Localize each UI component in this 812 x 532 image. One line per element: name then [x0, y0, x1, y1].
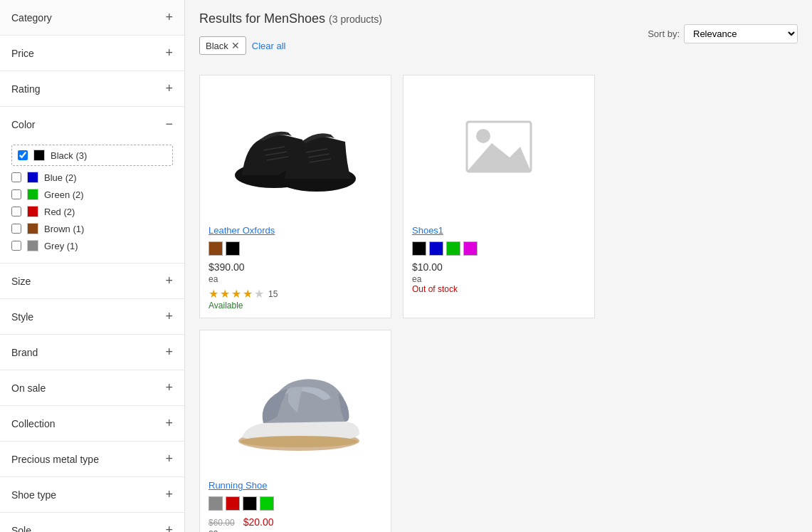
filter-brand-label: Brand [11, 347, 38, 358]
sidebar: Category + Price + Rating + Color − Bl [0, 0, 185, 532]
star-3: ★ [231, 287, 241, 301]
color-swatch-blue [27, 172, 38, 183]
product-status-shoes1: Out of stock [412, 284, 586, 294]
filter-tags: Black ✕ Clear all [199, 36, 382, 55]
filter-collection[interactable]: Collection + [0, 406, 184, 442]
filter-sole-label: Sole [11, 525, 31, 533]
placeholder-image-svg [463, 118, 534, 175]
color-swatch-grey [27, 240, 38, 251]
color-checkbox-blue[interactable] [11, 172, 21, 182]
swatch-red[interactable] [226, 496, 240, 511]
filter-style[interactable]: Style + [0, 299, 184, 335]
filter-collection-label: Collection [11, 418, 55, 429]
product-title-leather-oxfords[interactable]: Leather Oxfords [209, 225, 382, 236]
filter-color-icon: − [165, 117, 173, 132]
product-image-leather-oxfords [200, 75, 391, 218]
products-grid: Leather Oxfords $390.00 ea ★ ★ ★ ★ ★ 15 [199, 75, 798, 532]
sort-select[interactable]: Relevance Price: Low to High Price: High… [684, 24, 798, 43]
product-unit-shoes1: ea [412, 274, 586, 284]
sort-bar: Sort by: Relevance Price: Low to High Pr… [648, 24, 798, 43]
product-image-running-shoe [200, 330, 391, 473]
svg-point-12 [240, 436, 358, 447]
filter-category[interactable]: Category + [0, 0, 184, 36]
swatch-magenta[interactable] [463, 241, 478, 256]
swatch-black[interactable] [243, 496, 257, 511]
swatch-green[interactable] [260, 496, 274, 511]
filter-on-sale[interactable]: On sale + [0, 370, 184, 406]
sort-label: Sort by: [648, 28, 680, 39]
filter-brand[interactable]: Brand + [0, 335, 184, 370]
color-option-green[interactable]: Green (2) [11, 186, 173, 203]
filter-collection-icon: + [165, 416, 173, 431]
color-swatch-red [27, 206, 38, 217]
filter-sole-icon: + [165, 523, 173, 532]
star-5: ★ [254, 287, 264, 301]
filter-price-icon: + [165, 46, 173, 61]
product-title-running-shoe[interactable]: Running Shoe [209, 480, 382, 491]
swatch-black[interactable] [226, 241, 240, 256]
color-swatch-black [33, 150, 45, 161]
filter-rating-label: Rating [11, 83, 40, 95]
active-tag-black[interactable]: Black ✕ [199, 36, 246, 55]
color-option-black[interactable]: Black (3) [11, 145, 173, 166]
color-name-black: Black (3) [51, 150, 87, 161]
color-name-green: Green (2) [44, 189, 84, 200]
filter-on-sale-label: On sale [11, 382, 46, 394]
color-checkbox-black[interactable] [18, 150, 28, 160]
filter-shoe-type-icon: + [165, 487, 173, 502]
color-option-grey[interactable]: Grey (1) [11, 237, 173, 254]
filter-color[interactable]: Color − [0, 107, 184, 142]
color-checkbox-brown[interactable] [11, 224, 21, 234]
product-price-original-running: $60.00 [209, 518, 235, 528]
product-stars-leather-oxfords: ★ ★ ★ ★ ★ 15 [209, 287, 382, 301]
clear-all-button[interactable]: Clear all [252, 41, 286, 51]
color-name-red: Red (2) [44, 207, 75, 217]
filter-rating[interactable]: Rating + [0, 71, 184, 107]
filter-price[interactable]: Price + [0, 36, 184, 71]
star-4: ★ [243, 287, 253, 301]
results-header: Results for MenShoes (3 products) [199, 11, 382, 26]
product-price-shoes1: $10.00 [412, 261, 586, 273]
filter-category-icon: + [165, 10, 173, 25]
color-checkbox-red[interactable] [11, 207, 21, 217]
product-card-running-shoe: Running Shoe $60.00 $20.00 ea Available [199, 330, 391, 532]
filter-sole[interactable]: Sole + [0, 513, 184, 532]
product-swatches-running-shoe [209, 496, 382, 511]
filter-precious-metal-type[interactable]: Precious metal type + [0, 442, 184, 477]
filter-size-icon: + [165, 273, 173, 288]
filter-category-label: Category [11, 12, 52, 24]
color-option-blue[interactable]: Blue (2) [11, 169, 173, 186]
product-swatches-leather-oxfords [209, 241, 382, 256]
color-swatch-brown [27, 223, 38, 234]
filter-size[interactable]: Size + [0, 264, 184, 299]
color-swatch-green [27, 189, 38, 200]
results-header-area: Results for MenShoes (3 products) Black … [199, 11, 382, 66]
swatch-grey[interactable] [209, 496, 223, 511]
swatch-green[interactable] [446, 241, 460, 256]
swatch-black[interactable] [412, 241, 426, 256]
product-price-sale-running: $20.00 [243, 516, 274, 528]
filter-style-icon: + [165, 309, 173, 324]
product-status-leather-oxfords: Available [209, 301, 382, 311]
swatch-blue[interactable] [429, 241, 443, 256]
color-checkbox-grey[interactable] [11, 241, 21, 251]
product-card-shoes1: Shoes1 $10.00 ea Out of stock [403, 75, 595, 318]
filter-shoe-type[interactable]: Shoe type + [0, 477, 184, 513]
color-checkbox-green[interactable] [11, 189, 21, 199]
product-title-shoes1[interactable]: Shoes1 [412, 225, 586, 236]
tag-remove-black[interactable]: ✕ [231, 40, 240, 51]
swatch-brown[interactable] [209, 241, 223, 256]
filter-style-label: Style [11, 311, 33, 323]
product-price-leather-oxfords: $390.00 [209, 261, 382, 273]
product-image-svg-oxfords [224, 90, 367, 204]
product-unit-running-shoe: ea [209, 528, 382, 532]
filter-size-label: Size [11, 276, 31, 287]
product-swatches-shoes1 [412, 241, 586, 256]
color-option-red[interactable]: Red (2) [11, 203, 173, 220]
svg-point-9 [476, 129, 490, 143]
color-option-brown[interactable]: Brown (1) [11, 220, 173, 237]
main-content: Results for MenShoes (3 products) Black … [185, 0, 812, 532]
top-controls: Results for MenShoes (3 products) Black … [199, 11, 798, 66]
color-options-list: Black (3) Blue (2) Green (2) [0, 142, 184, 263]
product-image-shoes1 [404, 75, 594, 218]
